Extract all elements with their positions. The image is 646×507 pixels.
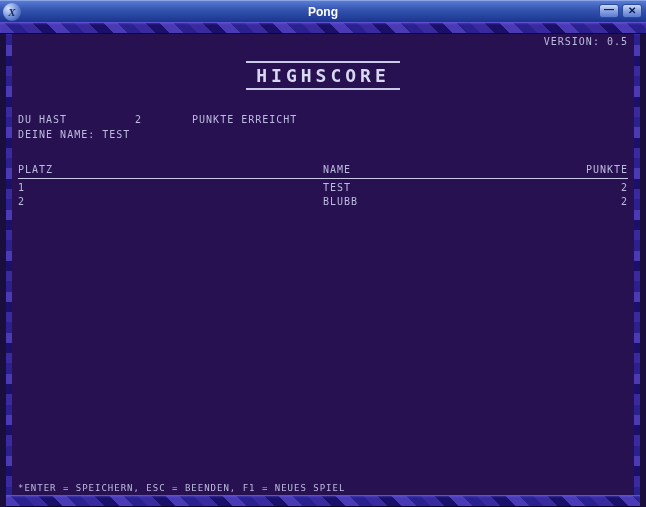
table-row: 1 TEST 2 — [18, 179, 628, 193]
border-bottom-decor — [6, 495, 640, 507]
score-reached-line: DU HAST 2 PUNKTE ERREICHT — [18, 112, 628, 127]
table-row: 2 BLUBB 2 — [18, 193, 628, 207]
app-menu-icon[interactable]: X — [3, 3, 21, 21]
player-name-line: DEINE NAME: TEST — [18, 127, 628, 142]
header-platz: PLATZ — [18, 164, 323, 175]
header-name: NAME — [323, 164, 506, 175]
titlebar: X Pong — ✕ — [0, 0, 646, 22]
cell-punkte: 2 — [506, 196, 628, 207]
cell-platz: 1 — [18, 182, 323, 193]
border-top-decor — [0, 22, 646, 34]
name-label: DEINE NAME: — [18, 127, 95, 142]
game-window: X Pong — ✕ VERSION: 0.5 HIGHSCORE DU HAS… — [0, 0, 646, 507]
content-area: VERSION: 0.5 HIGHSCORE DU HAST 2 PUNKTE … — [6, 34, 640, 501]
cell-platz: 2 — [18, 196, 323, 207]
close-button[interactable]: ✕ — [622, 4, 642, 18]
reached-suffix: PUNKTE ERREICHT — [192, 112, 297, 127]
name-value: TEST — [102, 127, 130, 142]
window-title: Pong — [308, 5, 338, 19]
cell-punkte: 2 — [506, 182, 628, 193]
reached-points: 2 — [135, 112, 185, 127]
reached-prefix: DU HAST — [18, 112, 128, 127]
page-heading: HIGHSCORE — [246, 61, 400, 90]
footer-hint: *ENTER = SPEICHERN, ESC = BEENDEN, F1 = … — [18, 483, 345, 493]
score-summary: DU HAST 2 PUNKTE ERREICHT DEINE NAME: TE… — [18, 112, 628, 142]
highscore-table: PLATZ NAME PUNKTE 1 TEST 2 2 BLUBB 2 — [18, 164, 628, 207]
cell-name: TEST — [323, 182, 506, 193]
header-punkte: PUNKTE — [506, 164, 628, 175]
minimize-button[interactable]: — — [599, 4, 619, 18]
table-header: PLATZ NAME PUNKTE — [18, 164, 628, 179]
titlebar-buttons: — ✕ — [599, 4, 642, 18]
cell-name: BLUBB — [323, 196, 506, 207]
heading-wrap: HIGHSCORE — [18, 61, 628, 90]
version-label: VERSION: 0.5 — [18, 36, 628, 47]
